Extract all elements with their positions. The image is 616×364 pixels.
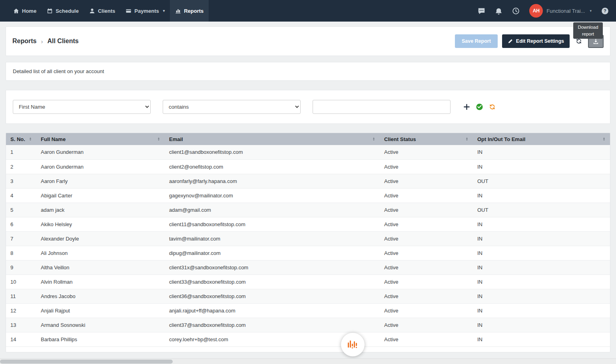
table-row[interactable]: 14 Barbara Phillips corey.loehr+bp@test.… <box>6 332 610 346</box>
cell-s-no: 12 <box>6 303 36 318</box>
table-row[interactable]: 6 Akiko Helsley client11@sandboxonefitst… <box>6 217 610 231</box>
cell-client-status: Active <box>380 159 473 174</box>
add-filter-button[interactable] <box>463 103 470 111</box>
cell-opt-in-out: IN <box>473 231 610 246</box>
filter-field-select[interactable]: First Name <box>13 100 151 114</box>
table-row[interactable]: 11 Andres Jacobo client36@sandboxonefits… <box>6 289 610 303</box>
calendar-icon <box>47 8 53 14</box>
cell-s-no: 2 <box>6 159 36 174</box>
nav-clients-label: Clients <box>98 8 115 14</box>
cell-opt-in-out: IN <box>473 159 610 174</box>
cell-full-name: Barbara Phillips <box>36 332 165 346</box>
edit-report-settings-label: Edit Report Settings <box>516 38 564 44</box>
reset-filter-button[interactable] <box>488 103 496 111</box>
svg-text:?: ? <box>604 8 606 13</box>
col-header-opt-in-out[interactable]: Opt In/Out To Email <box>473 133 610 145</box>
apply-filter-button[interactable] <box>476 103 483 111</box>
cell-full-name: Aaron Gunderman <box>36 145 165 159</box>
cell-client-status: Active <box>380 203 473 217</box>
table-row[interactable]: 12 Anjali Rajput anjali.rajput+ff@hapana… <box>6 303 610 318</box>
nav-payments-label: Payments <box>134 8 159 14</box>
cell-email: tavim@mailinator.com <box>165 231 380 246</box>
cell-client-status: Active <box>380 289 473 303</box>
table-row[interactable]: 2 Aaron Gunderman client2@onefitstop.com… <box>6 159 610 174</box>
nav-item-home[interactable]: Home <box>8 0 42 22</box>
cell-client-status: Active <box>380 303 473 318</box>
cell-client-status: Active <box>380 188 473 203</box>
cell-email: client36@sandboxonefitstop.com <box>165 289 380 303</box>
history-button[interactable] <box>512 7 520 15</box>
report-description: Detailed list of all client on your acco… <box>13 68 104 74</box>
home-icon <box>13 8 19 14</box>
scrollbar-thumb[interactable] <box>0 360 173 364</box>
filter-card: First Name contains <box>6 90 610 124</box>
cell-opt-in-out: IN <box>473 332 610 346</box>
refresh-icon <box>488 103 496 111</box>
table-row[interactable]: 13 Armand Sosnowski client37@sandboxonef… <box>6 318 610 332</box>
chat-button[interactable] <box>478 7 485 15</box>
cell-client-status: Active <box>380 260 473 274</box>
download-tooltip: Download report <box>573 22 603 39</box>
cell-full-name: Altha Veillon <box>36 260 165 274</box>
cell-opt-in-out: IN <box>473 318 610 332</box>
cell-opt-in-out: IN <box>473 217 610 231</box>
cell-full-name: Aaron Farly <box>36 174 165 188</box>
top-navbar: Home Schedule Clients Payments ▾ Reports <box>0 0 616 22</box>
cell-client-status: Active <box>380 318 473 332</box>
edit-report-settings-button[interactable]: Edit Report Settings <box>502 34 570 48</box>
table-row[interactable]: 7 Alexander Doyle tavim@mailinator.com A… <box>6 231 610 246</box>
account-menu[interactable]: AH Functional Trai... ▾ <box>529 4 592 18</box>
nav-item-schedule[interactable]: Schedule <box>42 0 84 22</box>
cell-full-name: Ali Johnson <box>36 246 165 260</box>
clock-icon <box>512 7 520 15</box>
filter-value-input[interactable] <box>313 100 451 114</box>
cell-s-no: 14 <box>6 332 36 346</box>
col-header-email[interactable]: Email <box>165 133 380 145</box>
cell-full-name: Alvin Rollman <box>36 274 165 289</box>
nav-item-clients[interactable]: Clients <box>84 0 120 22</box>
cell-s-no: 9 <box>6 260 36 274</box>
table-row[interactable]: 9 Altha Veillon client31x@sandboxonefits… <box>6 260 610 274</box>
cell-s-no: 6 <box>6 217 36 231</box>
cell-email: aaronfarly@farly.hapana.com <box>165 174 380 188</box>
cell-s-no: 11 <box>6 289 36 303</box>
table-row[interactable]: 3 Aaron Farly aaronfarly@farly.hapana.co… <box>6 174 610 188</box>
cell-email: anjali.rajput+ff@hapana.com <box>165 303 380 318</box>
cell-full-name: Armand Sosnowski <box>36 318 165 332</box>
cell-s-no: 7 <box>6 231 36 246</box>
save-report-button[interactable]: Save Report <box>455 34 498 48</box>
cell-email: client11@sandboxonefitstop.com <box>165 217 380 231</box>
help-button[interactable]: ? <box>601 7 609 15</box>
cell-full-name: Andres Jacobo <box>36 289 165 303</box>
help-icon: ? <box>601 7 609 15</box>
sort-icon <box>28 137 32 141</box>
table-row[interactable]: 8 Ali Johnson dipug@mailinator.com Activ… <box>6 246 610 260</box>
nav-home-label: Home <box>22 8 36 14</box>
col-header-client-status[interactable]: Client Status <box>380 133 473 145</box>
cell-client-status: Active <box>380 231 473 246</box>
horizontal-scrollbar[interactable] <box>0 358 616 364</box>
filter-actions <box>463 103 496 111</box>
report-header-card: Reports › All Clients Save Report Edit R… <box>6 26 610 56</box>
table-row[interactable]: 10 Alvin Rollman client33@sandboxonefits… <box>6 274 610 289</box>
breadcrumb-reports[interactable]: Reports <box>12 38 36 45</box>
cell-opt-in-out: IN <box>473 289 610 303</box>
cell-email: gagexynov@mailinator.com <box>165 188 380 203</box>
table-row[interactable]: 1 Aaron Gunderman client1@sandboxonefits… <box>6 145 610 159</box>
cell-s-no: 4 <box>6 188 36 203</box>
table-row[interactable]: 5 adam jack adam@gmail.com Active OUT <box>6 203 610 217</box>
cell-s-no: 5 <box>6 203 36 217</box>
cell-s-no: 1 <box>6 145 36 159</box>
nav-item-reports[interactable]: Reports <box>170 0 209 22</box>
cell-email: client33@sandboxonefitstop.com <box>165 274 380 289</box>
table-row[interactable]: 4 Abigail Carter gagexynov@mailinator.co… <box>6 188 610 203</box>
nav-item-payments[interactable]: Payments ▾ <box>120 0 170 22</box>
download-icon <box>593 38 599 44</box>
notifications-button[interactable] <box>495 7 502 15</box>
col-header-full-name[interactable]: Full Name <box>36 133 165 145</box>
cell-full-name: Aaron Gunderman <box>36 159 165 174</box>
sort-icon <box>157 137 161 141</box>
filter-operator-select[interactable]: contains <box>163 100 301 114</box>
cell-email: client1@sandboxonefitstop.com <box>165 145 380 159</box>
col-header-s-no[interactable]: S. No. <box>6 133 36 145</box>
